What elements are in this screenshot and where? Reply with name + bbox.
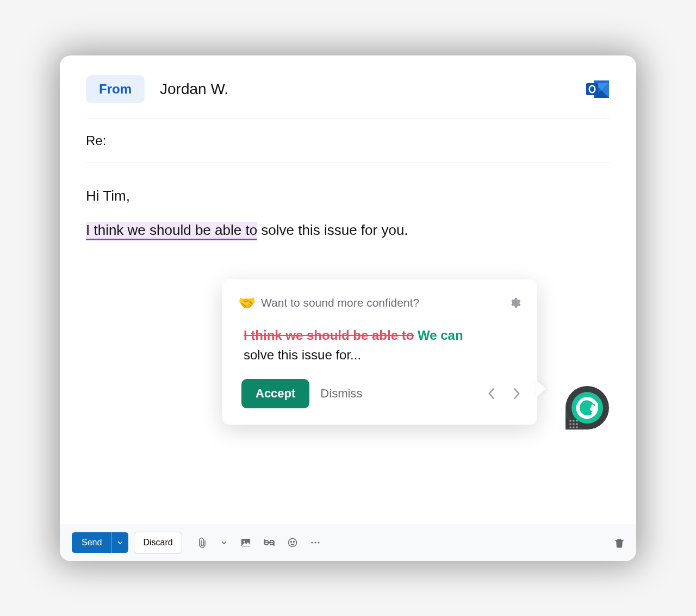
emoji-icon[interactable] — [288, 538, 297, 547]
grammarly-badge-icon[interactable] — [564, 385, 610, 431]
svg-point-10 — [576, 420, 578, 422]
from-value[interactable]: Jordan W. — [160, 80, 586, 98]
send-button-group: Send — [72, 532, 128, 553]
grammarly-suggestion-popup: 🤝 Want to sound more confident? I think … — [222, 279, 537, 425]
svg-point-15 — [573, 426, 575, 428]
subject-field[interactable]: Re: — [86, 119, 610, 163]
attachment-icon[interactable] — [197, 537, 207, 548]
accept-button[interactable]: Accept — [241, 379, 309, 408]
popup-actions: Accept Dismiss — [238, 379, 521, 408]
from-label-button[interactable]: From — [86, 75, 145, 103]
suggestion-text: I think we should be able to We can solv… — [238, 326, 521, 365]
discard-button[interactable]: Discard — [134, 532, 182, 553]
body-sentence: I think we should be able to solve this … — [86, 219, 610, 242]
svg-point-11 — [569, 423, 571, 425]
footer-icons — [197, 537, 320, 548]
gear-icon[interactable] — [509, 297, 521, 309]
suggestion-rest-text: solve this issue for... — [244, 347, 361, 362]
more-icon[interactable] — [310, 541, 320, 544]
link-icon[interactable] — [264, 539, 275, 546]
svg-point-27 — [318, 542, 319, 543]
next-suggestion-icon[interactable] — [512, 387, 521, 400]
email-compose-window: From Jordan W. Re: Hi Tim, I think we sh… — [60, 55, 636, 561]
svg-point-8 — [569, 420, 571, 422]
svg-point-14 — [569, 426, 571, 428]
footer-toolbar: Send Discard — [60, 524, 636, 561]
popup-title: Want to sound more confident? — [261, 296, 509, 309]
popup-header: 🤝 Want to sound more confident? — [238, 295, 521, 312]
send-button[interactable]: Send — [72, 532, 111, 553]
send-options-button[interactable] — [111, 532, 128, 553]
dismiss-button[interactable]: Dismiss — [320, 387, 362, 401]
greeting-text: Hi Tim, — [86, 185, 610, 208]
svg-point-24 — [293, 541, 294, 542]
trash-icon[interactable] — [614, 537, 624, 548]
svg-point-12 — [573, 423, 575, 425]
image-icon[interactable] — [241, 538, 251, 547]
highlighted-phrase[interactable]: I think we should be able to — [86, 222, 257, 240]
svg-point-23 — [290, 541, 291, 542]
outlook-icon — [586, 78, 610, 100]
svg-point-22 — [288, 538, 296, 546]
replacement-text: We can — [418, 328, 463, 343]
handshake-icon: 🤝 — [238, 295, 256, 312]
from-row: From Jordan W. — [86, 55, 610, 119]
svg-point-26 — [314, 542, 316, 543]
nav-arrows — [487, 387, 521, 400]
chevron-down-icon[interactable] — [220, 539, 228, 546]
svg-point-13 — [576, 423, 578, 425]
prev-suggestion-icon[interactable] — [487, 387, 496, 400]
sentence-rest: solve this issue for you. — [257, 222, 408, 238]
svg-point-25 — [311, 542, 313, 543]
email-body[interactable]: Hi Tim, I think we should be able to sol… — [86, 163, 610, 242]
svg-point-18 — [243, 540, 245, 542]
svg-point-16 — [576, 426, 578, 428]
strikethrough-text: I think we should be able to — [244, 328, 414, 343]
svg-point-9 — [573, 420, 575, 422]
subject-prefix: Re: — [86, 133, 106, 148]
